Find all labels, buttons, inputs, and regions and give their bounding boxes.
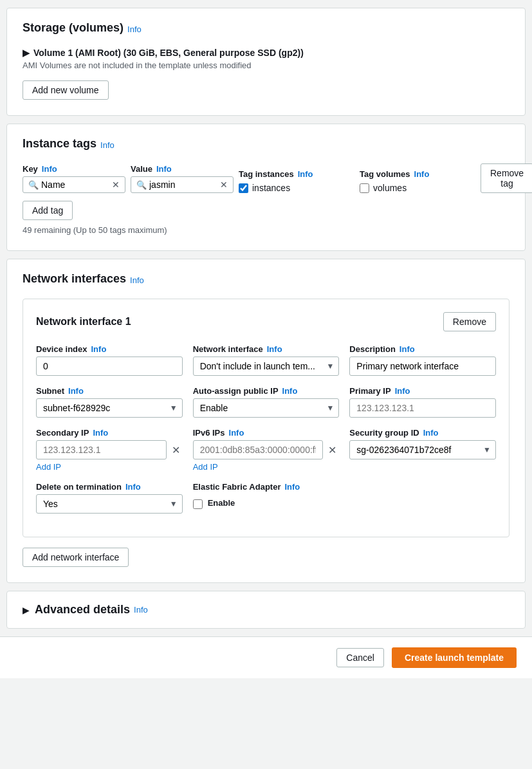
subnet-label: Subnet — [36, 386, 64, 396]
device-index-info-link[interactable]: Info — [91, 344, 107, 354]
ni-card-title: Network interface 1 — [36, 316, 131, 328]
delete-on-termination-info-link[interactable]: Info — [125, 482, 141, 492]
value-search-icon: 🔍 — [136, 180, 147, 190]
subnet-info-link[interactable]: Info — [68, 386, 84, 396]
network-interface-select-field: Network interface Info Don't include in … — [193, 344, 340, 376]
remove-tag-button[interactable]: Remove tag — [481, 163, 532, 193]
add-ipv6-link[interactable]: Add IP — [193, 462, 340, 472]
auto-assign-ip-field: Auto-assign public IP Info Enable ▼ — [193, 386, 340, 418]
instance-tags-info-link[interactable]: Info — [100, 140, 115, 150]
value-label: Value — [131, 164, 152, 174]
key-label: Key — [23, 164, 38, 174]
efa-enable-label: Enable — [208, 498, 235, 508]
description-input[interactable] — [349, 357, 496, 376]
device-index-field: Device index Info — [36, 344, 183, 376]
secondary-ip-info-link[interactable]: Info — [93, 428, 108, 438]
add-tag-button[interactable]: Add tag — [23, 201, 73, 220]
advanced-title: Advanced details — [35, 603, 130, 616]
secondary-ip-clear-button[interactable]: ✕ — [169, 443, 183, 458]
network-interface-select-label: Network interface — [193, 344, 263, 354]
auto-assign-ip-label: Auto-assign public IP — [193, 386, 279, 396]
tag-instances-field: Tag instances Info instances — [239, 169, 354, 193]
tag-volumes-info-link[interactable]: Info — [414, 169, 430, 179]
tag-volumes-field: Tag volumes Info volumes — [360, 169, 475, 193]
network-interfaces-info-link[interactable]: Info — [130, 275, 144, 285]
secondary-ip-input[interactable] — [36, 440, 167, 459]
efa-info-link[interactable]: Info — [284, 482, 300, 492]
ipv6-field: IPv6 IPs Info ✕ Add IP — [193, 428, 340, 472]
efa-field: Elastic Fabric Adapter Info Enable — [193, 482, 340, 514]
security-group-field: Security group ID Info sg-0262364071b72c… — [349, 428, 496, 472]
add-volume-button[interactable]: Add new volume — [23, 80, 109, 100]
auto-assign-ip-info-link[interactable]: Info — [282, 386, 298, 396]
network-interface-select-info-link[interactable]: Info — [267, 344, 282, 354]
network-interfaces-title: Network interfaces — [23, 272, 126, 286]
ipv6-input[interactable] — [193, 440, 324, 459]
tag-volumes-label: Tag volumes — [360, 169, 410, 179]
key-search-icon: 🔍 — [28, 180, 39, 190]
secondary-ip-label: Secondary IP — [36, 428, 89, 438]
primary-ip-input[interactable] — [349, 398, 496, 418]
delete-on-termination-label: Delete on termination — [36, 482, 122, 492]
remove-ni-button[interactable]: Remove — [443, 312, 496, 331]
efa-checkbox[interactable] — [193, 499, 203, 509]
key-input[interactable] — [41, 180, 109, 190]
volume-row[interactable]: ▶ Volume 1 (AMI Root) (30 GiB, EBS, Gene… — [23, 48, 509, 58]
device-index-input[interactable] — [36, 357, 183, 376]
security-group-select[interactable]: sg-0262364071b72ce8f — [349, 440, 496, 459]
value-input[interactable] — [149, 180, 217, 190]
subnet-field: Subnet Info subnet-f628929c ▼ — [36, 386, 183, 418]
ipv6-info-link[interactable]: Info — [229, 428, 244, 438]
advanced-info-link[interactable]: Info — [134, 605, 148, 615]
volumes-label: volumes — [373, 183, 407, 193]
storage-title: Storage (volumes) — [23, 21, 124, 35]
advanced-expand-arrow: ▶ — [23, 605, 30, 615]
volumes-checkbox[interactable] — [360, 183, 369, 193]
primary-ip-label: Primary IP — [349, 386, 390, 396]
device-index-label: Device index — [36, 344, 87, 354]
secondary-ip-field: Secondary IP Info ✕ Add IP — [36, 428, 183, 472]
volume-subtitle: AMI Volumes are not included in the temp… — [23, 60, 509, 70]
storage-info-link[interactable]: Info — [127, 24, 142, 34]
efa-label: Elastic Fabric Adapter — [193, 482, 281, 492]
add-network-interface-button[interactable]: Add network interface — [23, 548, 129, 567]
volume-expand-arrow: ▶ — [23, 48, 30, 58]
primary-ip-field: Primary IP Info — [349, 386, 496, 418]
create-launch-template-button[interactable]: Create launch template — [392, 647, 517, 668]
footer-bar: Cancel Create launch template — [0, 636, 532, 678]
remaining-tags-text: 49 remaining (Up to 50 tags maximum) — [23, 225, 509, 235]
advanced-details-section[interactable]: ▶ Advanced details Info — [6, 591, 526, 629]
ipv6-clear-button[interactable]: ✕ — [326, 443, 339, 458]
add-secondary-ip-link[interactable]: Add IP — [36, 462, 183, 472]
security-group-label: Security group ID — [349, 428, 419, 438]
auto-assign-ip-select[interactable]: Enable — [193, 398, 340, 418]
value-field: Value Info 🔍 ✕ — [131, 164, 234, 193]
value-clear-button[interactable]: ✕ — [220, 180, 228, 190]
security-group-info-link[interactable]: Info — [423, 428, 439, 438]
subnet-select[interactable]: subnet-f628929c — [36, 398, 183, 418]
primary-ip-info-link[interactable]: Info — [395, 386, 410, 396]
key-info-link[interactable]: Info — [42, 164, 57, 174]
description-field: Description Info — [349, 344, 496, 376]
key-clear-button[interactable]: ✕ — [112, 180, 120, 190]
delete-on-termination-field: Delete on termination Info Yes ▼ — [36, 482, 183, 514]
tag-instances-label: Tag instances — [239, 169, 294, 179]
network-interface-select[interactable]: Don't include in launch tem... — [193, 357, 340, 376]
delete-on-termination-select[interactable]: Yes — [36, 494, 183, 514]
instances-checkbox[interactable] — [239, 183, 248, 193]
tag-instances-info-link[interactable]: Info — [298, 169, 313, 179]
volume-label: Volume 1 (AMI Root) (30 GiB, EBS, Genera… — [33, 48, 304, 58]
instances-label: instances — [252, 183, 290, 193]
value-info-link[interactable]: Info — [156, 164, 172, 174]
key-field: Key Info 🔍 ✕ — [23, 164, 125, 193]
ipv6-label: IPv6 IPs — [193, 428, 225, 438]
network-interface-card: Network interface 1 Remove Device index … — [23, 299, 509, 537]
instance-tags-title: Instance tags — [23, 137, 96, 151]
description-info-link[interactable]: Info — [399, 344, 415, 354]
description-label: Description — [349, 344, 396, 354]
cancel-button[interactable]: Cancel — [336, 648, 384, 667]
